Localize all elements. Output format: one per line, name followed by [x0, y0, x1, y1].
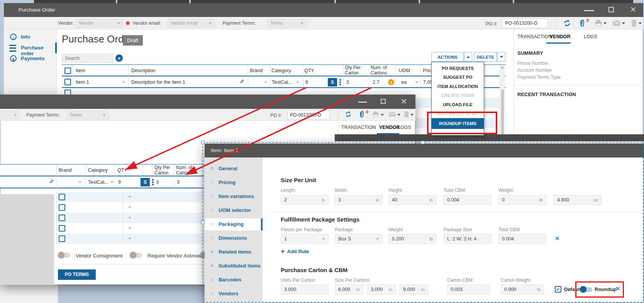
row-checkbox[interactable] — [59, 235, 65, 242]
kebab-menu-icon[interactable] — [152, 179, 154, 185]
carton-weight-field[interactable]: 0.900lb — [501, 284, 544, 295]
document-icon[interactable] — [631, 19, 637, 27]
col-header-item[interactable]: Item — [76, 68, 85, 73]
chevron-down-icon[interactable] — [128, 238, 131, 240]
col-header-description[interactable]: Description — [131, 68, 156, 73]
dlg-nav-uom-selector[interactable]: UOM selector — [219, 207, 251, 213]
tab-logs-2[interactable]: LOGS — [398, 125, 411, 130]
category-cell[interactable]: TestCat... — [272, 80, 292, 85]
package-select[interactable]: Box S — [335, 234, 383, 244]
col-header-qty-per-carton[interactable]: Qty Per Carton — [345, 65, 367, 76]
search-input[interactable] — [62, 54, 113, 63]
email-icon[interactable] — [388, 112, 396, 117]
vendor-email-select[interactable]: Vendor email — [168, 19, 215, 27]
tab-transaction-2[interactable]: TRANSACTION — [341, 125, 376, 130]
payment-terms-select-2[interactable]: Terms — [66, 111, 109, 119]
print-icon[interactable] — [595, 20, 602, 27]
po-terms-button[interactable]: PO TERMS — [58, 269, 96, 280]
total-cbm-field[interactable]: 0.004 — [444, 195, 491, 205]
qty-cell[interactable]: 8 — [305, 80, 308, 85]
col-header-qty[interactable]: QTY — [304, 68, 314, 73]
qty-per-carton-cell[interactable]: 3 — [156, 179, 159, 185]
item-name-cell[interactable]: Item 1 — [76, 80, 89, 85]
email-options-chevron-icon[interactable] — [622, 22, 625, 24]
carton-width-field[interactable]: 3.000in — [367, 284, 396, 295]
item-dialog-titlebar[interactable] — [205, 144, 644, 157]
units-per-carton-field[interactable]: 3.000 — [281, 284, 329, 295]
print-icon[interactable] — [372, 111, 379, 117]
window-titlebar[interactable] — [4, 3, 643, 17]
chevron-down-icon[interactable] — [128, 227, 131, 229]
num-cartons-cell[interactable]: 3 — [177, 179, 180, 185]
attachment-icon[interactable] — [358, 110, 365, 118]
actions-chevron-button[interactable] — [464, 52, 472, 62]
close-button[interactable] — [630, 6, 637, 13]
tab-logs[interactable]: LOGS — [584, 34, 597, 39]
clear-search-icon[interactable] — [115, 54, 123, 62]
row-checkbox-partial[interactable] — [64, 90, 71, 95]
email-icon[interactable] — [612, 20, 621, 26]
print-options-chevron-icon[interactable] — [603, 22, 607, 24]
document-options-chevron-icon[interactable] — [410, 114, 414, 116]
col-header-uom[interactable]: UOM — [399, 68, 410, 73]
refresh-icon[interactable] — [563, 19, 571, 27]
payment-terms-select[interactable]: Terms — [267, 19, 307, 27]
col-header-category[interactable]: Category — [88, 168, 108, 173]
partial-select[interactable] — [0, 111, 20, 119]
menu-item-item-allocation[interactable]: ITEM ALLOCATION — [432, 84, 484, 89]
qty-cell[interactable]: 9 — [118, 179, 121, 185]
edit-description-icon[interactable] — [49, 179, 54, 185]
window-2-titlebar[interactable] — [0, 95, 415, 109]
require-vendor-ack-toggle-knob[interactable] — [130, 252, 136, 258]
minimize-button[interactable] — [584, 10, 594, 11]
scrollbar-up-icon[interactable] — [501, 66, 504, 68]
po-number-input[interactable]: PO-0013200-D — [502, 19, 548, 28]
tab-transaction[interactable]: TRANSACTION — [517, 34, 552, 39]
brand-chevron-icon[interactable] — [264, 81, 267, 83]
sidebar-item-payments[interactable]: Payments — [4, 53, 57, 64]
col-header-brand[interactable]: Brand — [250, 68, 263, 73]
package-weight-field[interactable]: 0.200lb — [388, 234, 436, 244]
sidebar-item-info[interactable]: Info — [4, 32, 57, 42]
col-header-qty-per-carton[interactable]: Qty Per Carton — [154, 165, 177, 176]
row-checkbox[interactable] — [59, 215, 65, 221]
maximize-button[interactable] — [608, 7, 614, 12]
chevron-down-icon[interactable] — [128, 217, 131, 219]
chevron-down-icon[interactable] — [128, 196, 131, 198]
category-chevron-icon[interactable] — [110, 181, 114, 183]
set-badge[interactable]: S — [328, 78, 337, 86]
vendor-consignment-toggle-knob[interactable] — [58, 252, 64, 258]
dlg-nav-pricing[interactable]: Pricing — [219, 179, 236, 185]
col-header-num-cartons[interactable]: Num. of Cartons — [371, 65, 395, 76]
carton-cbm-field[interactable]: 0.003 — [447, 284, 490, 295]
menu-item-po-requests[interactable]: PO REQUESTS — [432, 66, 484, 71]
dlg-nav-related-items[interactable]: Related items — [219, 249, 251, 255]
brand-chevron-icon[interactable] — [78, 181, 81, 183]
dlg-nav-barcodes[interactable]: Barcodes — [219, 277, 241, 283]
delete-button[interactable]: DELETE — [474, 52, 497, 62]
weight-lb-field[interactable]: 0lb — [498, 195, 546, 205]
sidebar-item-purchase-order[interactable]: Purchase order — [4, 42, 57, 53]
edit-description-icon[interactable] — [239, 79, 244, 85]
row-checkbox[interactable] — [59, 225, 65, 232]
row-checkbox[interactable] — [59, 204, 65, 211]
tab-vendor-2[interactable]: VENDOR — [379, 125, 400, 130]
menu-item-suggest-po[interactable]: SUGGEST PO — [432, 75, 484, 80]
qty-per-carton-cell[interactable]: 3 — [346, 80, 349, 85]
num-cartons-cell[interactable]: 2.7 — [373, 80, 379, 85]
row-checkbox[interactable] — [59, 194, 65, 200]
dlg-nav-packaging[interactable]: Packaging — [219, 221, 244, 227]
width-field[interactable]: 3in — [335, 195, 383, 205]
tab-vendor[interactable]: VENDOR — [550, 34, 570, 39]
dlg-nav-dimensions[interactable]: Dimensions — [219, 235, 247, 241]
col-header-qty[interactable]: QTY — [117, 168, 127, 173]
add-rule-button[interactable]: + Add Rule — [281, 248, 309, 254]
dlg-nav-vendors[interactable]: Vendors — [219, 291, 238, 296]
dlg-nav-general[interactable]: General — [219, 166, 237, 171]
minimize-button[interactable] — [358, 102, 367, 103]
actions-button[interactable]: ACTIONS — [431, 52, 464, 62]
menu-item-upload-file[interactable]: UPLOAD FILE — [432, 102, 484, 107]
col-header-num-cartons[interactable]: Num. of Cartons — [176, 165, 200, 176]
package-size-field[interactable]: L: 2 W: 3 H: 4 — [444, 234, 491, 244]
col-header-brand[interactable]: Brand — [59, 168, 71, 173]
